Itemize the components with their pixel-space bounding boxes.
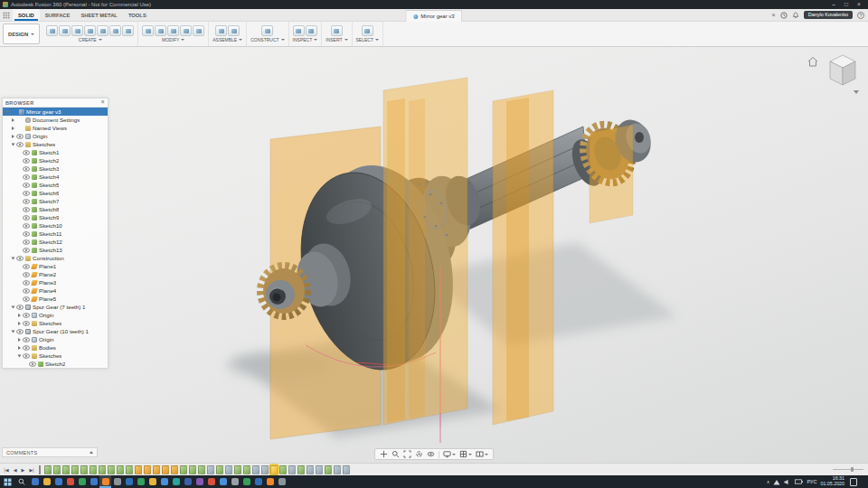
- taskbar-app-icon[interactable]: [158, 475, 170, 488]
- select-icon[interactable]: [362, 25, 373, 36]
- close-button[interactable]: ×: [853, 0, 865, 9]
- taskbar-app-icon[interactable]: [123, 475, 135, 488]
- insert-icon[interactable]: [331, 25, 343, 36]
- browser-tree-item[interactable]: Plane4: [3, 286, 108, 295]
- visibility-eye-icon[interactable]: [23, 280, 30, 286]
- expander-icon[interactable]: [12, 305, 15, 308]
- expander-icon[interactable]: [18, 338, 21, 342]
- visibility-eye-icon[interactable]: [16, 305, 24, 310]
- viewport-layout-icon[interactable]: [476, 450, 488, 458]
- expander-icon[interactable]: [18, 322, 21, 325]
- start-button[interactable]: [0, 475, 14, 488]
- toolbar-group-label[interactable]: MODIFY: [162, 37, 184, 42]
- timeline-feature-icon[interactable]: [62, 465, 70, 474]
- volume-icon[interactable]: [784, 479, 791, 485]
- timeline-feature-icon[interactable]: [270, 465, 278, 474]
- timeline-feature-icon[interactable]: [243, 465, 250, 474]
- app-grid-menu-icon[interactable]: [0, 9, 13, 21]
- press-pull-icon[interactable]: [142, 25, 154, 36]
- browser-tree-item[interactable]: Sketch10: [3, 221, 108, 230]
- visibility-eye-icon[interactable]: [23, 296, 30, 302]
- visibility-eye-icon[interactable]: [23, 231, 30, 237]
- taskbar-app-icon[interactable]: [64, 475, 76, 488]
- browser-tree-item[interactable]: Sketch9: [3, 213, 108, 221]
- timeline-feature-icon[interactable]: [325, 465, 332, 474]
- grid-settings-icon[interactable]: [459, 450, 472, 458]
- browser-tree-item[interactable]: Origin: [3, 311, 108, 319]
- timeline-feature-icon[interactable]: [171, 465, 178, 474]
- orbit-icon[interactable]: [415, 450, 423, 458]
- toolbar-group-label[interactable]: ASSEMBLE: [212, 37, 242, 42]
- timeline-zoom-slider[interactable]: [833, 469, 863, 470]
- extrude-icon[interactable]: [71, 25, 83, 36]
- taskbar-app-icon[interactable]: [182, 475, 193, 488]
- timeline-playback-control[interactable]: ▶: [20, 467, 26, 473]
- fillet-icon[interactable]: [155, 25, 166, 36]
- browser-tree-item[interactable]: Spur Gear (10 teeth) 1: [3, 327, 108, 335]
- visibility-eye-icon[interactable]: [23, 353, 30, 359]
- browser-tree-item[interactable]: Plane1: [3, 262, 108, 270]
- taskbar-app-icon[interactable]: [241, 475, 252, 488]
- timeline-feature-icon[interactable]: [44, 465, 52, 474]
- taskbar-app-icon[interactable]: [193, 475, 205, 488]
- joint-icon[interactable]: [228, 25, 240, 36]
- browser-tree-item[interactable]: Sketch11: [3, 230, 108, 238]
- visibility-eye-icon[interactable]: [23, 288, 30, 294]
- timeline-feature-icon[interactable]: [316, 465, 323, 474]
- timeline-feature-icon[interactable]: [225, 465, 232, 474]
- timeline-feature-icon[interactable]: [162, 465, 169, 474]
- visibility-eye-icon[interactable]: [23, 345, 30, 351]
- visibility-eye-icon[interactable]: [23, 215, 30, 221]
- timeline-feature-icon[interactable]: [252, 465, 259, 474]
- timeline-feature-icon[interactable]: [334, 465, 341, 474]
- timeline-feature-icon[interactable]: [180, 465, 187, 474]
- measure-icon[interactable]: [293, 25, 305, 36]
- browser-tree-item[interactable]: Sketch12: [3, 238, 108, 246]
- expander-icon[interactable]: [5, 110, 9, 113]
- taskbar-app-icon[interactable]: [88, 475, 99, 488]
- timeline-feature-icon[interactable]: [99, 465, 106, 474]
- timeline-playhead[interactable]: [39, 465, 41, 474]
- browser-tree-item[interactable]: Sketches: [3, 352, 108, 360]
- visibility-eye-icon[interactable]: [23, 264, 30, 269]
- maximize-button[interactable]: □: [840, 0, 853, 9]
- browser-tree-item[interactable]: Construction: [3, 254, 108, 262]
- browser-tree-item[interactable]: Sketches: [3, 319, 108, 327]
- visibility-eye-icon[interactable]: [29, 361, 36, 367]
- timeline-feature-icon[interactable]: [90, 465, 97, 474]
- timeline-feature-icon[interactable]: [108, 465, 115, 474]
- create-sketch-icon[interactable]: [59, 25, 71, 36]
- taskbar-app-icon[interactable]: [229, 475, 241, 488]
- timeline-feature-icon[interactable]: [261, 465, 269, 474]
- expander-icon[interactable]: [12, 143, 15, 145]
- browser-tree-item[interactable]: Bodies: [3, 343, 108, 352]
- toolbar-group-label[interactable]: INSERT: [326, 37, 347, 42]
- workspace-selector[interactable]: DESIGN: [3, 23, 40, 44]
- visibility-eye-icon[interactable]: [23, 166, 30, 172]
- expander-icon[interactable]: [12, 330, 15, 333]
- timeline-feature-icon[interactable]: [53, 465, 61, 474]
- visibility-eye-icon[interactable]: [23, 313, 30, 318]
- browser-tree-item[interactable]: Sketch6: [3, 189, 108, 197]
- browser-tree-item[interactable]: Plane5: [3, 295, 108, 303]
- visibility-eye-icon[interactable]: [23, 239, 30, 245]
- timeline-playback-control[interactable]: ◀: [12, 467, 18, 473]
- action-center-icon[interactable]: [850, 478, 857, 486]
- new-component-icon[interactable]: [215, 25, 227, 36]
- viewcube-menu-chevron-icon[interactable]: [854, 90, 859, 94]
- user-account-badge[interactable]: Danylo Kovalenko: [804, 11, 853, 19]
- toolbar-group-label[interactable]: INSPECT: [293, 37, 318, 42]
- taskbar-app-icon[interactable]: [41, 475, 52, 488]
- expander-icon[interactable]: [12, 135, 14, 138]
- visibility-eye-icon[interactable]: [23, 223, 30, 229]
- visibility-eye-icon[interactable]: [23, 248, 30, 253]
- timeline-feature-icon[interactable]: [198, 465, 205, 474]
- taskbar-app-icon[interactable]: [52, 475, 64, 488]
- visibility-eye-icon[interactable]: [23, 199, 30, 204]
- taskbar-search-icon[interactable]: [14, 475, 29, 488]
- ribbon-tab[interactable]: SURFACE: [40, 9, 76, 21]
- expander-icon[interactable]: [18, 314, 21, 317]
- taskbar-app-icon[interactable]: [146, 475, 158, 488]
- expander-icon[interactable]: [12, 257, 15, 259]
- combine-icon[interactable]: [180, 25, 192, 36]
